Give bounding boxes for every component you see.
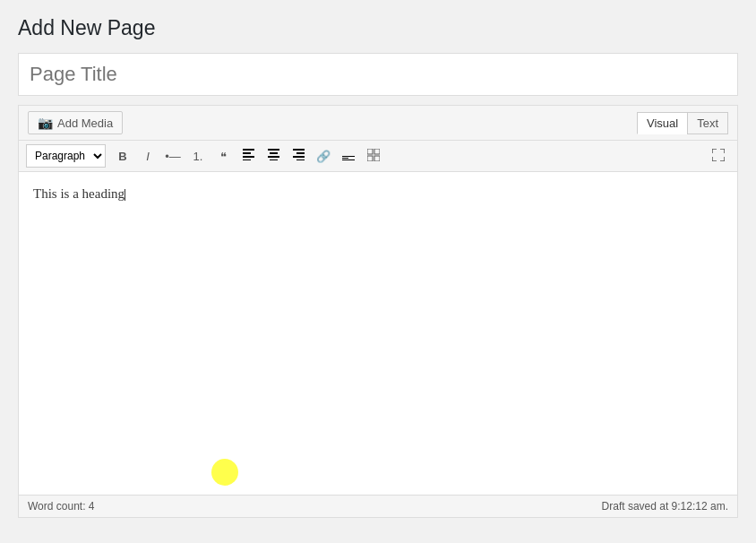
align-right-icon (293, 149, 305, 163)
svg-rect-16 (374, 149, 380, 154)
more-icon (342, 150, 355, 163)
kitchen-sink-icon (367, 149, 380, 164)
add-media-label: Add Media (57, 116, 113, 130)
svg-rect-3 (243, 159, 251, 160)
draft-saved: Draft saved at 9:12:12 am. (602, 500, 728, 513)
svg-rect-8 (293, 149, 305, 151)
svg-rect-15 (367, 149, 373, 154)
svg-rect-14 (342, 159, 355, 160)
svg-rect-7 (270, 159, 278, 160)
link-icon: 🔗 (316, 150, 331, 163)
unordered-list-button[interactable]: •— (161, 144, 185, 168)
page-heading: Add New Page (18, 16, 738, 40)
italic-button[interactable]: I (136, 144, 159, 168)
svg-rect-11 (296, 159, 305, 160)
editor-tabs: Visual Text (637, 112, 728, 134)
text-cursor (125, 189, 125, 201)
cursor-highlight (211, 459, 238, 486)
align-center-button[interactable] (262, 144, 285, 168)
svg-rect-10 (293, 156, 305, 158)
add-media-button[interactable]: 📷 Add Media (28, 111, 123, 134)
list-ul-icon: •— (165, 150, 181, 163)
svg-rect-18 (374, 156, 380, 161)
editor-toolbar: Paragraph Heading 1 Heading 2 Heading 3 … (19, 141, 737, 172)
tab-visual[interactable]: Visual (637, 112, 687, 134)
align-center-icon (268, 149, 279, 163)
link-button[interactable]: 🔗 (312, 144, 335, 168)
fullscreen-icon (712, 149, 725, 164)
kitchen-sink-button[interactable] (362, 144, 385, 168)
svg-rect-9 (296, 152, 305, 154)
align-left-button[interactable] (236, 144, 260, 168)
svg-rect-13 (342, 158, 348, 159)
paragraph-select[interactable]: Paragraph Heading 1 Heading 2 Heading 3 … (26, 144, 106, 168)
bold-button[interactable]: B (111, 144, 134, 168)
svg-rect-17 (367, 156, 373, 161)
svg-rect-4 (268, 149, 279, 151)
svg-rect-12 (342, 156, 355, 157)
ordered-list-button[interactable]: 1. (186, 144, 210, 168)
svg-rect-0 (243, 149, 254, 151)
editor-text: This is a heading (33, 186, 125, 201)
editor-footer: Word count: 4 Draft saved at 9:12:12 am. (19, 495, 737, 517)
fullscreen-button[interactable] (707, 144, 730, 168)
editor-wrapper: 📷 Add Media Visual Text Paragraph Headin… (18, 105, 738, 518)
align-right-button[interactable] (287, 144, 310, 168)
svg-rect-5 (270, 152, 278, 154)
add-media-icon: 📷 (38, 116, 53, 130)
editor-content-area[interactable]: This is a heading (19, 172, 737, 495)
blockquote-button[interactable]: ❝ (211, 144, 235, 168)
svg-rect-1 (243, 152, 251, 154)
page-title-input[interactable] (18, 53, 738, 96)
editor-top-bar: 📷 Add Media Visual Text (19, 106, 737, 141)
svg-rect-6 (268, 156, 279, 158)
align-left-icon (243, 149, 254, 163)
blockquote-icon: ❝ (220, 150, 227, 163)
more-button[interactable] (337, 144, 360, 168)
word-count: Word count: 4 (28, 500, 94, 513)
tab-text[interactable]: Text (687, 112, 728, 134)
svg-rect-2 (243, 156, 254, 158)
list-ol-icon: 1. (193, 150, 203, 163)
